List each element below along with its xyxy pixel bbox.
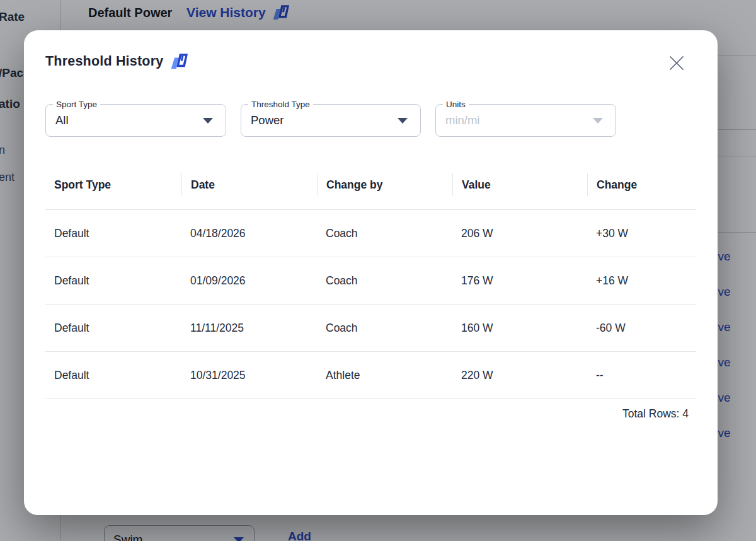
- modal-title: Threshold History: [45, 53, 188, 70]
- caret-down-icon: [593, 118, 603, 124]
- cell-change-by: Coach: [317, 322, 452, 335]
- caret-down-icon: [203, 118, 213, 124]
- cell-value: 176 W: [452, 274, 587, 288]
- threshold-history-table: Sport Type Date Change by Value Change D…: [45, 170, 696, 421]
- threshold-history-modal: Threshold History Sport Type All: [24, 30, 718, 515]
- column-header-value: Value: [452, 173, 587, 196]
- modal-title-text: Threshold History: [45, 54, 163, 69]
- cell-value: 160 W: [452, 322, 587, 335]
- sport-type-filter-label: Sport Type: [53, 99, 100, 110]
- cell-value: 220 W: [452, 369, 587, 382]
- sport-type-filter[interactable]: Sport Type All: [45, 104, 226, 137]
- cell-change-by: Athlete: [317, 369, 452, 382]
- threshold-type-filter-value: Power: [251, 113, 284, 127]
- units-filter-value: min/mi: [445, 113, 479, 127]
- cell-sport-type: Default: [45, 274, 181, 288]
- threshold-type-filter-label: Threshold Type: [248, 99, 313, 110]
- cell-date: 11/11/2025: [181, 322, 317, 335]
- threshold-type-filter[interactable]: Threshold Type Power: [241, 104, 421, 137]
- cell-change-by: Coach: [317, 227, 452, 240]
- cell-sport-type: Default: [45, 369, 181, 382]
- caret-down-icon: [398, 118, 408, 124]
- close-button[interactable]: [666, 52, 687, 74]
- cell-date: 01/09/2026: [181, 274, 317, 288]
- sport-type-filter-value: All: [55, 113, 69, 127]
- table-row: Default 04/18/2026 Coach 206 W +30 W: [45, 210, 696, 257]
- close-icon: [668, 55, 685, 71]
- cell-sport-type: Default: [45, 322, 181, 335]
- cell-change-by: Coach: [317, 274, 452, 288]
- screen: Rate /Pac atio n ent Default Power View …: [0, 0, 756, 541]
- cell-sport-type: Default: [45, 227, 181, 240]
- table-row: Default 10/31/2025 Athlete 220 W --: [45, 352, 696, 399]
- cell-change: +30 W: [587, 227, 696, 240]
- units-filter-label: Units: [443, 99, 469, 110]
- total-rows-label: Total Rows: 4: [45, 407, 696, 421]
- column-header-change-by: Change by: [317, 173, 452, 196]
- cell-change: +16 W: [587, 274, 696, 288]
- cell-date: 04/18/2026: [181, 227, 317, 240]
- trainingpeaks-logo-icon: [170, 53, 188, 70]
- table-row: Default 01/09/2026 Coach 176 W +16 W: [45, 257, 696, 305]
- cell-date: 10/31/2025: [181, 369, 317, 382]
- column-header-change: Change: [587, 173, 696, 196]
- cell-change: --: [587, 369, 696, 382]
- cell-value: 206 W: [452, 227, 587, 240]
- table-row: Default 11/11/2025 Coach 160 W -60 W: [45, 305, 696, 352]
- cell-change: -60 W: [587, 322, 696, 335]
- table-header-row: Sport Type Date Change by Value Change: [45, 170, 696, 199]
- column-header-sport-type: Sport Type: [45, 173, 181, 196]
- units-filter: Units min/mi: [435, 104, 616, 137]
- column-header-date: Date: [181, 173, 317, 196]
